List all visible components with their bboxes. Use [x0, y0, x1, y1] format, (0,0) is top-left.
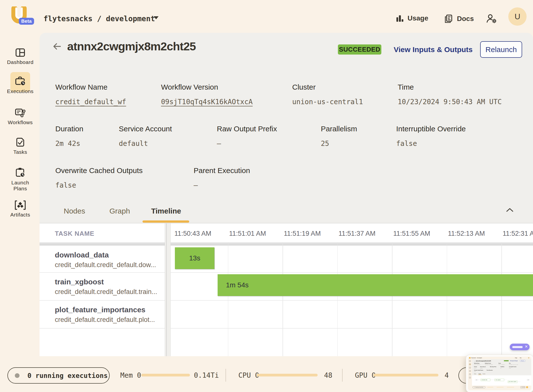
mini-tab-nodes: Nodes — [474, 373, 476, 374]
mini-detail-field: Workflow Version09sjT10qTq4sK16kAOtxcA — [485, 363, 493, 365]
mini-sidebar-icon — [469, 360, 471, 362]
tab-graph[interactable]: Graph — [109, 207, 130, 215]
gridline — [447, 243, 447, 356]
detail-value[interactable]: credit_default_wf — [55, 98, 126, 106]
sidebar-label: Artifacts — [2, 212, 38, 218]
task-name[interactable]: plot_feature_importances — [55, 306, 145, 314]
detail-value: 2m 42s — [55, 139, 83, 148]
mini-view-io: View Inputs & Outputs — [510, 360, 518, 361]
nav-docs-label: Docs — [457, 15, 474, 23]
mini-graph-task-node: plot_feature_importances — [508, 381, 517, 383]
detail-label: Raw Output Prefix — [217, 125, 277, 133]
detail-label: Overwrite Cached Outputs — [55, 166, 143, 175]
sidebar-label: Tasks — [2, 149, 38, 155]
mini-meter — [507, 387, 514, 387]
relaunch-button[interactable]: Relaunch — [480, 41, 522, 58]
mini-detail-field: Duration2m 42s — [474, 366, 477, 368]
back-arrow-icon[interactable] — [52, 41, 62, 51]
detail-field-parallelism: Parallelism25 — [321, 125, 357, 148]
tab-nodes[interactable]: Nodes — [64, 207, 85, 215]
mini-nav-docs: Docs — [520, 357, 522, 358]
mem-meter-track — [141, 374, 190, 376]
detail-label: Time — [398, 83, 502, 91]
project-domain-selector[interactable]: flytesnacks / development — [43, 14, 155, 23]
task-name[interactable]: download_data — [55, 251, 109, 259]
timeline-task-pane: TASK NAME download_datacredit_default.cr… — [40, 223, 165, 356]
docs-icon — [444, 14, 453, 24]
detail-label: Service Account — [119, 125, 172, 133]
mini-detail-field: Interruptible Overridefalse — [509, 366, 516, 368]
gantt-bar[interactable]: 1m 54s — [218, 274, 533, 296]
mini-overlay-text-placeholder — [512, 346, 523, 348]
time-tick: 11:51:55 AM — [393, 230, 430, 237]
beta-badge: Beta — [19, 18, 34, 25]
user-settings-icon[interactable] — [486, 13, 497, 24]
divider — [171, 328, 533, 329]
detail-field-service-account: Service Accountdefault — [119, 125, 172, 148]
sidebar-item-launch-plans[interactable]: Launch Plans — [2, 167, 38, 192]
gantt-bar-duration: 1m 54s — [226, 281, 249, 289]
avatar[interactable]: U — [508, 7, 527, 26]
mem-meter-max: 0.14Ti — [194, 371, 219, 379]
divider — [171, 242, 533, 243]
close-icon: ✕ — [525, 344, 528, 349]
running-executions-pill[interactable]: 0 running executions — [7, 367, 110, 384]
mini-preview-window[interactable]: flytesnacks / development Usage Docs U ←… — [466, 354, 533, 392]
detail-label: Workflow Version — [161, 83, 253, 91]
sidebar-item-executions[interactable]: Executions — [2, 76, 38, 94]
mini-graph-task-node: download_data — [481, 379, 490, 381]
nav-usage[interactable]: Usage — [395, 14, 428, 23]
mini-node-status-dot — [481, 380, 482, 380]
task-row[interactable]: plot_feature_importancescredit_default.c… — [40, 300, 165, 328]
mini-meter — [487, 387, 493, 387]
view-inputs-outputs-link[interactable]: View Inputs & Outputs — [394, 45, 472, 54]
pane-splitter[interactable] — [166, 223, 167, 356]
task-name[interactable]: train_xgboost — [55, 278, 104, 286]
time-tick: 11:52:31 AM — [503, 230, 533, 237]
scrollbar-track[interactable] — [171, 243, 533, 246]
mini-preview-content: flytesnacks / development Usage Docs U ←… — [468, 357, 531, 390]
mini-status-badge: SUCCEEDED — [504, 360, 509, 361]
active-tab-indicator — [143, 220, 189, 223]
sidebar-label: Dashboard — [2, 59, 38, 65]
mini-detail-field: Overwrite Cached Outputsfalse — [474, 370, 483, 372]
tab-timeline[interactable]: Timeline — [151, 207, 181, 215]
gantt-bar[interactable]: 13s — [175, 247, 214, 269]
divider — [40, 328, 165, 329]
detail-label: Parallelism — [321, 125, 357, 133]
sidebar-item-tasks[interactable]: Tasks — [2, 137, 38, 155]
workflows-icon — [14, 107, 26, 118]
task-row[interactable]: download_datacredit_default.credit_defau… — [40, 245, 165, 272]
time-tick: 11:51:19 AM — [284, 230, 321, 237]
mini-breadcrumb: flytesnacks / development — [471, 357, 482, 358]
mini-avatar: U — [528, 357, 530, 359]
detail-field-workflow-version: Workflow Version09sjT10qTq4sK16kAOtxcA — [161, 83, 253, 106]
sidebar-item-artifacts[interactable]: Artifacts — [2, 199, 38, 218]
timeline-chart-pane: 11:50:43 AM11:51:01 AM11:51:19 AM11:51:3… — [170, 223, 533, 356]
task-row[interactable]: train_xgboostcredit_default.credit_defau… — [40, 272, 165, 300]
cpu-meter-track — [257, 374, 318, 376]
dashboard-icon — [15, 47, 26, 58]
sidebar-item-workflows[interactable]: Workflows — [2, 107, 38, 125]
mini-overlay-pill[interactable]: ✕ — [510, 344, 530, 350]
app-window: { "app": { "breadcrumb": "flytesnacks / … — [0, 0, 533, 392]
mini-node-status-dot — [495, 380, 495, 380]
nav-usage-label: Usage — [408, 14, 428, 22]
detail-label: Workflow Name — [55, 83, 126, 91]
mini-graph-start-node: start — [475, 379, 478, 381]
status-dot-icon — [15, 373, 20, 378]
status-badge: SUCCEEDED — [338, 44, 381, 55]
divider — [226, 369, 226, 382]
task-path: credit_default.credit_default.plot... — [55, 316, 155, 324]
sidebar-item-dashboard[interactable]: Dashboard — [2, 47, 38, 65]
mini-node-name: download_data — [482, 379, 487, 380]
chevron-up-icon[interactable] — [505, 207, 514, 213]
detail-label: Parent Execution — [194, 166, 250, 175]
task-name-column-header: TASK NAME — [55, 230, 94, 237]
gridline — [228, 243, 228, 356]
mini-graph-task-node: train_xgboost — [494, 379, 504, 381]
nav-docs[interactable]: Docs — [444, 14, 474, 24]
mini-node-status-dot — [508, 381, 509, 382]
tasks-icon — [15, 137, 26, 148]
detail-value[interactable]: 09sjT10qTq4sK16kAOtxcA — [161, 98, 253, 106]
